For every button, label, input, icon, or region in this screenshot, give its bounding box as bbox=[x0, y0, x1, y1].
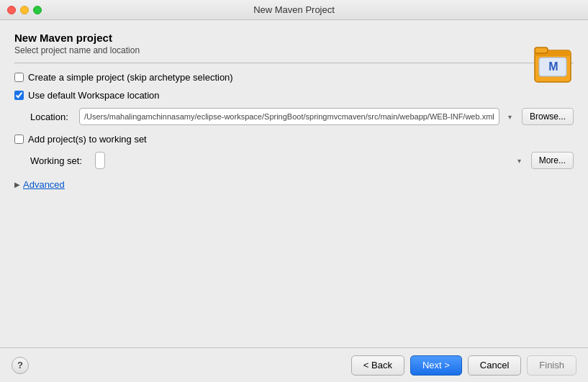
add-working-set-checkbox[interactable] bbox=[14, 135, 24, 144]
maven-icon: M bbox=[533, 46, 574, 86]
dialog-subtitle: Select project name and location bbox=[14, 45, 574, 55]
use-default-workspace-checkbox[interactable] bbox=[14, 91, 24, 100]
simple-project-row: Create a simple project (skip archetype … bbox=[14, 72, 574, 83]
working-set-arrow-icon: ▾ bbox=[517, 157, 521, 165]
add-working-set-label[interactable]: Add project(s) to working set bbox=[28, 134, 147, 145]
browse-button[interactable]: Browse... bbox=[522, 108, 574, 125]
help-button[interactable]: ? bbox=[12, 357, 29, 374]
use-default-workspace-label[interactable]: Use default Workspace location bbox=[28, 90, 160, 101]
cancel-button[interactable]: Cancel bbox=[468, 355, 521, 376]
location-dropdown[interactable]: /Users/mahalingamchinnasamy/eclipse-work… bbox=[79, 108, 499, 125]
titlebar: New Maven Project bbox=[0, 0, 588, 20]
dialog-header: New Maven project Select project name an… bbox=[14, 32, 574, 55]
location-row: Location: /Users/mahalingamchinnasamy/ec… bbox=[30, 108, 574, 125]
next-button[interactable]: Next > bbox=[410, 355, 462, 376]
advanced-row[interactable]: ▶ Advanced bbox=[14, 179, 574, 190]
more-button[interactable]: More... bbox=[531, 152, 574, 169]
location-label: Location: bbox=[30, 112, 73, 122]
working-set-dropdown[interactable] bbox=[95, 152, 105, 169]
location-dropdown-wrapper: /Users/mahalingamchinnasamy/eclipse-work… bbox=[79, 108, 516, 125]
bottom-bar-right: < Back Next > Cancel Finish bbox=[351, 355, 576, 376]
dialog-title: New Maven project bbox=[14, 32, 574, 44]
working-set-dropdown-wrapper: ▾ bbox=[95, 152, 525, 169]
divider bbox=[14, 63, 574, 63]
add-working-set-row: Add project(s) to working set bbox=[14, 134, 574, 145]
svg-rect-2 bbox=[535, 47, 548, 53]
advanced-label[interactable]: Advanced bbox=[23, 179, 65, 190]
simple-project-checkbox[interactable] bbox=[14, 73, 24, 82]
advanced-arrow-icon: ▶ bbox=[14, 181, 20, 188]
finish-button[interactable]: Finish bbox=[527, 355, 576, 376]
window-title: New Maven Project bbox=[253, 4, 335, 15]
working-set-row: Working set: ▾ More... bbox=[30, 152, 574, 169]
simple-project-label[interactable]: Create a simple project (skip archetype … bbox=[28, 72, 233, 83]
form-section: Create a simple project (skip archetype … bbox=[14, 72, 574, 190]
svg-text:M: M bbox=[548, 60, 558, 73]
use-default-workspace-row: Use default Workspace location bbox=[14, 90, 574, 101]
close-button[interactable] bbox=[7, 6, 16, 14]
back-button[interactable]: < Back bbox=[351, 355, 404, 376]
dropdown-arrow-icon: ▾ bbox=[508, 113, 512, 121]
bottom-bar: ? < Back Next > Cancel Finish bbox=[0, 347, 588, 382]
working-set-label: Working set: bbox=[30, 155, 89, 166]
dialog-content: M New Maven project Select project name … bbox=[0, 20, 588, 347]
bottom-bar-left: ? bbox=[12, 357, 351, 374]
traffic-lights bbox=[7, 6, 42, 14]
minimize-button[interactable] bbox=[20, 6, 29, 14]
maximize-button[interactable] bbox=[33, 6, 42, 14]
